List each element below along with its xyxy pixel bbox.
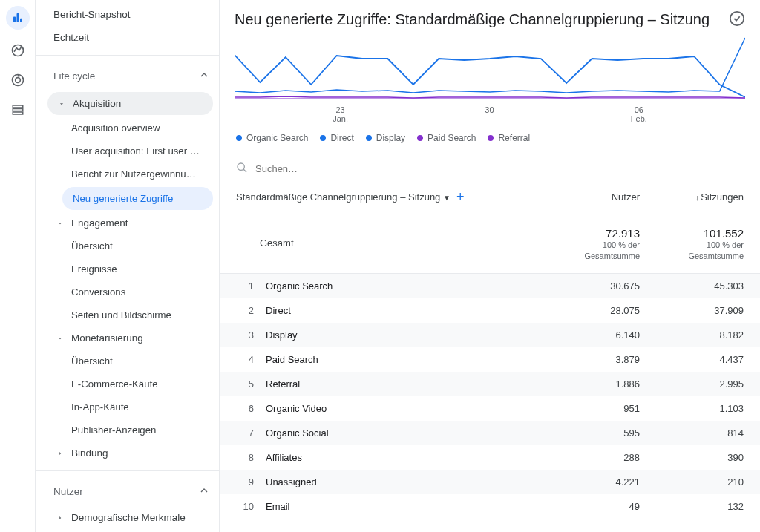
legend-dot-icon: [488, 135, 494, 141]
svg-rect-1: [16, 13, 19, 22]
reports-icon[interactable]: [6, 6, 30, 30]
search-input[interactable]: [255, 163, 744, 174]
chart: 23Jan.3006Feb.: [220, 36, 760, 125]
legend-item[interactable]: Display: [366, 133, 405, 143]
table-row[interactable]: 8Affiliates288390: [220, 445, 760, 470]
caret-icon: [56, 220, 64, 227]
totals-label: Gesamt: [236, 227, 536, 249]
advertising-icon[interactable]: [9, 71, 27, 89]
row-number: 9: [236, 476, 254, 487]
row-label: Organic Search: [266, 280, 536, 292]
sidebar-subitem[interactable]: Ereignisse: [36, 257, 219, 280]
add-dimension-button[interactable]: +: [456, 189, 465, 205]
sidebar-subitem[interactable]: Acquisition overview: [36, 116, 219, 139]
table-row[interactable]: 5Referral1.8862.995: [220, 372, 760, 396]
sidebar-group[interactable]: Bindung: [36, 441, 219, 464]
row-label: Affiliates: [266, 452, 536, 463]
x-tick: 23Jan.: [332, 105, 348, 123]
search-row: [220, 154, 760, 183]
x-tick: 06Feb.: [631, 105, 647, 123]
chevron-up-icon: [198, 485, 210, 499]
table-row[interactable]: 9Unassigned4.221210: [220, 470, 760, 494]
sidebar-group[interactable]: Demografische Merkmale: [36, 506, 219, 529]
table-row[interactable]: 3Display6.1408.182: [220, 323, 760, 347]
sidebar-subitem[interactable]: Neu generierte Zugriffe: [62, 187, 213, 210]
sidebar-subitem[interactable]: In-App-Käufe: [36, 395, 219, 418]
caret-right-icon: [56, 514, 64, 522]
table-row[interactable]: 4Paid Search3.8794.437: [220, 347, 760, 372]
row-sessions: 45.303: [640, 280, 744, 292]
caret-icon: [58, 100, 65, 108]
table-row[interactable]: 7Organic Social595814: [220, 421, 760, 445]
page-title: Neu generierte Zugriffe: Standardmäßige …: [235, 11, 710, 28]
svg-point-3: [12, 45, 23, 56]
caret-icon: [56, 335, 64, 342]
legend-item[interactable]: Paid Search: [417, 133, 476, 143]
row-sessions: 390: [640, 452, 744, 463]
sidebar-subitem[interactable]: Übersicht: [36, 349, 219, 372]
svg-point-4: [12, 75, 23, 86]
table-row[interactable]: 6Organic Video9511.103: [220, 396, 760, 421]
column-sessions[interactable]: ↓ Sitzungen: [640, 191, 744, 203]
sidebar-group[interactable]: Akquisition: [48, 92, 213, 115]
svg-rect-0: [13, 17, 16, 23]
sidebar-subitem[interactable]: Publisher-Anzeigen: [36, 418, 219, 441]
sidebar-section[interactable]: Life cycle: [36, 62, 219, 91]
row-label: Unassigned: [266, 476, 536, 487]
legend-item[interactable]: Direct: [320, 133, 353, 143]
row-label: Paid Search: [266, 354, 536, 365]
explore-icon[interactable]: [9, 42, 27, 59]
sidebar-subitem[interactable]: Conversions: [36, 280, 219, 303]
search-icon: [236, 162, 248, 176]
sidebar-item[interactable]: Bericht-Snapshot: [36, 3, 219, 26]
sidebar-subitem[interactable]: Übersicht: [36, 234, 219, 257]
verified-icon[interactable]: [729, 10, 745, 29]
sidebar-group[interactable]: Monetarisierung: [36, 326, 219, 349]
svg-line-11: [243, 169, 246, 172]
sidebar-subitem[interactable]: User acquisition: First user …: [36, 139, 219, 162]
row-sessions: 2.995: [640, 378, 744, 390]
row-number: 7: [236, 427, 254, 439]
sidebar: Bericht-SnapshotEchtzeitLife cycleAkquis…: [36, 0, 220, 532]
sidebar-subitem[interactable]: E-Commerce-Käufe: [36, 372, 219, 395]
caret-right-icon: [56, 450, 64, 457]
table-row[interactable]: 2Direct28.07537.909: [220, 298, 760, 323]
row-sessions: 132: [640, 501, 744, 512]
legend-item[interactable]: Referral: [488, 133, 530, 143]
configure-icon[interactable]: [9, 101, 27, 119]
sidebar-item[interactable]: Echtzeit: [36, 26, 219, 49]
row-users: 951: [536, 403, 640, 414]
sidebar-subitem[interactable]: Seiten und Bildschirme: [36, 303, 219, 326]
row-users: 3.879: [536, 354, 640, 365]
row-users: 595: [536, 427, 640, 439]
row-sessions: 210: [640, 476, 744, 487]
column-users[interactable]: Nutzer: [536, 191, 640, 203]
x-tick: 30: [485, 105, 494, 123]
row-number: 4: [236, 354, 254, 365]
sidebar-section[interactable]: Nutzer: [36, 477, 219, 506]
row-label: Direct: [266, 305, 536, 316]
row-sessions: 8.182: [640, 329, 744, 341]
sidebar-subitem[interactable]: Bericht zur Nutzergewinnu…: [36, 162, 219, 185]
row-users: 288: [536, 452, 640, 463]
chart-legend: Organic SearchDirectDisplayPaid SearchRe…: [220, 125, 760, 154]
row-label: Organic Video: [266, 403, 536, 414]
row-number: 3: [236, 329, 254, 341]
sidebar-group[interactable]: Engagement: [36, 211, 219, 234]
row-users: 30.675: [536, 280, 640, 292]
svg-point-9: [730, 12, 744, 25]
totals-users: 72.913 100 % der Gesamtsumme: [536, 227, 640, 263]
line-chart-svg: [235, 36, 745, 103]
row-users: 49: [536, 501, 640, 512]
table-row[interactable]: 10Email49132: [220, 494, 760, 519]
row-label: Display: [266, 329, 536, 341]
row-users: 1.886: [536, 378, 640, 390]
legend-item[interactable]: Organic Search: [236, 133, 308, 143]
row-users: 6.140: [536, 329, 640, 341]
main-content: Neu generierte Zugriffe: Standardmäßige …: [220, 0, 760, 532]
table-row[interactable]: 1Organic Search30.67545.303: [220, 274, 760, 298]
legend-dot-icon: [320, 135, 326, 141]
dimension-selector[interactable]: Standardmäßige Channelgruppierung – Sitz…: [236, 191, 451, 203]
legend-dot-icon: [366, 135, 372, 141]
row-label: Referral: [266, 378, 536, 390]
